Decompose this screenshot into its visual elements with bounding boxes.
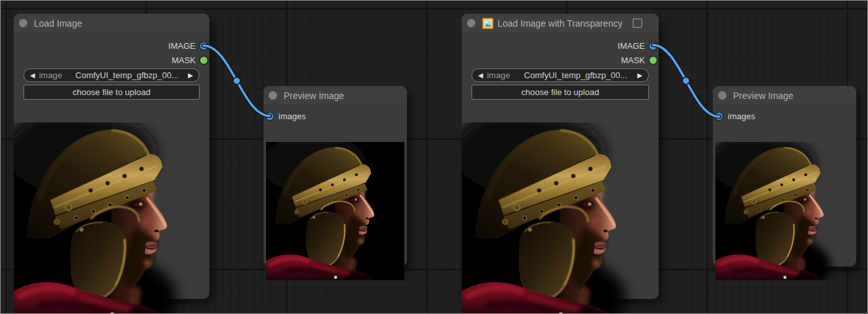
output-slot-label: IMAGE bbox=[168, 41, 196, 51]
portrait-photo bbox=[462, 122, 659, 314]
portrait-photo bbox=[14, 122, 209, 314]
node-preview-image-right[interactable]: Preview Image images bbox=[713, 86, 856, 266]
link-wire bbox=[203, 46, 270, 116]
output-dot-mask[interactable] bbox=[200, 57, 207, 64]
node-image-preview bbox=[14, 122, 209, 314]
output-slot-label: MASK bbox=[172, 55, 196, 65]
output-slot-label: IMAGE bbox=[618, 41, 645, 51]
node-image-preview bbox=[462, 122, 659, 314]
combo-value: ComfyUI_temp_gfbzp_00... bbox=[514, 70, 637, 80]
link-midpoint-dot bbox=[233, 78, 241, 85]
node-collapse-dot[interactable] bbox=[269, 91, 277, 100]
input-dot-images[interactable] bbox=[715, 113, 723, 120]
combo-label: image bbox=[39, 70, 62, 80]
output-slot-label: MASK bbox=[621, 55, 645, 65]
input-slot-images: images bbox=[713, 109, 856, 123]
input-dot-images[interactable] bbox=[266, 113, 273, 120]
node-preview-image-left[interactable]: Preview Image images bbox=[263, 86, 407, 266]
output-slot-image: IMAGE bbox=[14, 38, 209, 53]
node-title: Preview Image bbox=[284, 91, 344, 101]
combo-label: image bbox=[487, 70, 510, 80]
link-load-image-to-preview[interactable] bbox=[203, 46, 270, 116]
framed-picture-icon bbox=[482, 18, 494, 29]
choose-file-button[interactable]: choose file to upload bbox=[23, 85, 200, 100]
input-slot-label: images bbox=[728, 111, 755, 121]
node-title-bar: Preview Image bbox=[713, 86, 856, 106]
output-slot-mask: MASK bbox=[14, 53, 209, 67]
output-dot-image[interactable] bbox=[650, 42, 657, 50]
output-dot-mask[interactable] bbox=[650, 57, 657, 64]
node-title: Preview Image bbox=[733, 91, 794, 101]
link-wire bbox=[653, 45, 719, 117]
output-slot-image: IMAGE bbox=[462, 38, 659, 53]
title-checkbox[interactable] bbox=[633, 18, 642, 28]
image-combo-widget[interactable]: ◀ image ComfyUI_temp_gfbzp_00... ▶ bbox=[471, 68, 649, 82]
combo-next-icon[interactable]: ▶ bbox=[188, 72, 193, 79]
node-load-image-with-transparency[interactable]: Load Image with Transparency IMAGE MASK … bbox=[462, 14, 659, 299]
node-image-preview bbox=[266, 142, 404, 280]
node-title-bar: Preview Image bbox=[263, 86, 407, 106]
input-slot-label: images bbox=[278, 111, 306, 121]
node-load-image[interactable]: Load Image IMAGE MASK ◀ image ComfyUI_te… bbox=[14, 14, 209, 299]
combo-value: ComfyUI_temp_gfbzp_00... bbox=[66, 70, 188, 80]
node-graph-canvas[interactable]: Load Image IMAGE MASK ◀ image ComfyUI_te… bbox=[0, 0, 868, 314]
node-title: Load Image with Transparency bbox=[498, 18, 622, 29]
node-collapse-dot[interactable] bbox=[467, 19, 475, 27]
combo-prev-icon[interactable]: ◀ bbox=[30, 72, 35, 79]
portrait-photo bbox=[715, 142, 854, 280]
image-combo-widget[interactable]: ◀ image ComfyUI_temp_gfbzp_00... ▶ bbox=[23, 68, 200, 82]
input-slot-images: images bbox=[263, 109, 407, 123]
combo-next-icon[interactable]: ▶ bbox=[637, 72, 642, 79]
link-load-transparency-to-preview[interactable] bbox=[653, 45, 719, 117]
combo-prev-icon[interactable]: ◀ bbox=[478, 72, 483, 79]
node-image-preview bbox=[715, 142, 854, 280]
output-dot-image[interactable] bbox=[200, 42, 207, 50]
choose-file-button[interactable]: choose file to upload bbox=[471, 85, 649, 100]
node-collapse-dot[interactable] bbox=[19, 19, 27, 27]
link-midpoint-dot bbox=[683, 78, 690, 85]
node-title-bar: Load Image with Transparency bbox=[462, 14, 659, 33]
node-title: Load Image bbox=[34, 18, 82, 29]
output-slot-mask: MASK bbox=[462, 53, 659, 67]
portrait-photo bbox=[266, 142, 404, 280]
node-collapse-dot[interactable] bbox=[718, 91, 726, 100]
node-title-bar: Load Image bbox=[14, 14, 209, 33]
